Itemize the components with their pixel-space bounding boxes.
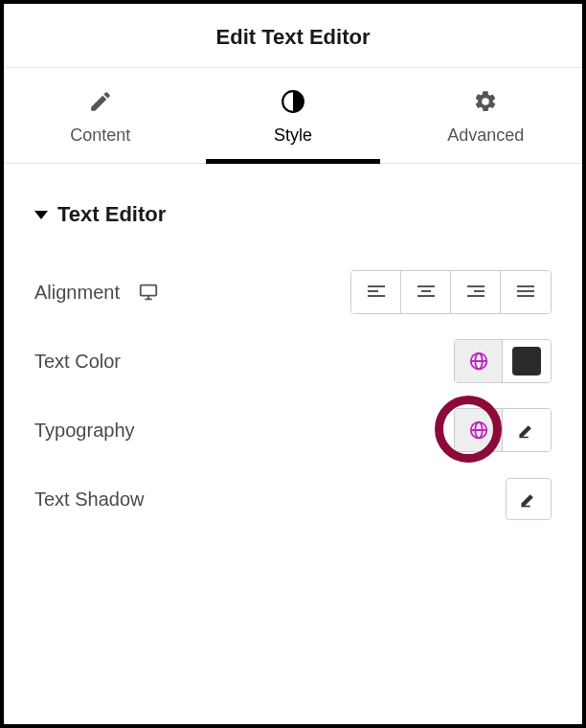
pencil-icon [517,421,536,440]
align-justify-icon [516,284,535,300]
text-shadow-label: Text Shadow [34,489,145,511]
typography-group [454,408,552,452]
row-text-color: Text Color [34,327,552,396]
align-center-button[interactable] [401,271,451,313]
align-center-icon [417,284,436,300]
row-text-shadow: Text Shadow [34,465,552,534]
align-justify-button[interactable] [501,271,551,313]
style-panel: Text Editor Alignment [4,164,582,534]
color-swatch [512,347,541,375]
section-title: Text Editor [57,202,166,227]
alignment-controls [350,270,552,314]
text-color-controls [454,339,552,383]
gear-icon [473,89,498,125]
alignment-label-group: Alignment [34,282,160,304]
text-color-group [454,339,552,383]
typography-controls [454,408,552,452]
text-color-label: Text Color [34,351,121,373]
tabs: Content Style Advanced [4,68,582,164]
alignment-button-group [350,270,552,314]
half-circle-icon [281,89,305,125]
align-left-button[interactable] [351,271,401,313]
tab-advanced-label: Advanced [447,125,524,146]
pencil-icon [519,489,538,509]
align-right-button[interactable] [451,271,501,313]
panel-header: Edit Text Editor [4,4,582,68]
tab-style-label: Style [274,125,312,146]
row-typography: Typography [34,396,552,465]
tab-style[interactable]: Style [196,68,389,163]
svg-rect-1 [141,285,157,296]
globe-icon [468,420,489,441]
text-shadow-controls [506,478,552,520]
globe-icon [468,351,489,372]
desktop-icon[interactable] [137,282,160,303]
typography-edit-button[interactable] [503,409,551,451]
row-alignment: Alignment [34,258,552,327]
section-header[interactable]: Text Editor [34,202,552,227]
caret-down-icon [34,211,48,219]
panel-title: Edit Text Editor [4,25,582,50]
pencil-icon [88,89,113,125]
text-shadow-edit-button[interactable] [506,478,552,520]
typography-global-button[interactable] [455,409,503,451]
text-color-global-button[interactable] [455,340,503,382]
tab-content[interactable]: Content [4,68,196,163]
tab-content-label: Content [70,125,130,146]
text-color-swatch-button[interactable] [503,340,551,382]
align-left-icon [367,284,386,300]
tab-advanced[interactable]: Advanced [390,68,582,163]
alignment-label: Alignment [34,282,120,304]
typography-label: Typography [34,420,135,442]
align-right-icon [466,284,485,300]
